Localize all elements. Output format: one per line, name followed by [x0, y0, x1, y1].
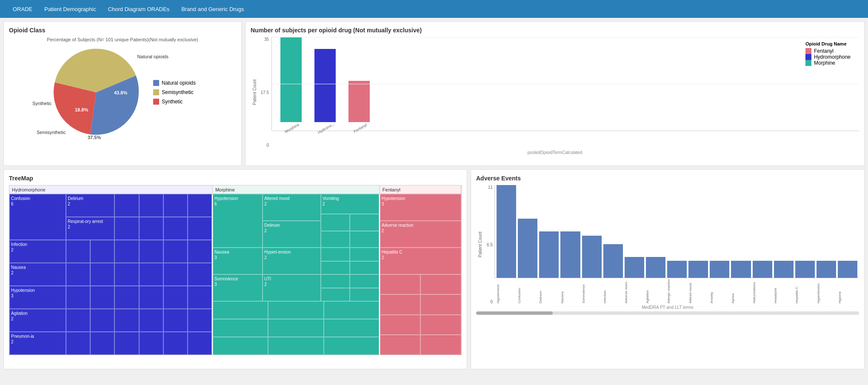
- bar-legend-title: Opioid Drug Name: [805, 41, 851, 46]
- bar-legend-label-morphine: Morphine: [814, 60, 835, 66]
- morphine-grid-2: [321, 248, 379, 274]
- morphine-grid-1: [321, 214, 379, 248]
- fentanyl-row3: Hepatitis C 2: [380, 248, 461, 274]
- bar-footer: pooledOpioidTermCalculated: [251, 150, 859, 155]
- adverse-bar-apnea: [731, 261, 751, 278]
- cell-morphine-uti: UTI 2: [263, 274, 321, 301]
- adverse-x-labels: HypotensionConfusionDeliriumNauseaSomnol…: [494, 278, 859, 304]
- adverse-tick-11: 11: [488, 185, 493, 190]
- adverse-bars: [494, 185, 859, 278]
- adverse-bar-somnolence: [582, 236, 602, 278]
- hydro-grid-6: [66, 332, 212, 355]
- cell-fentanyl-hypotension: Hypotension 3: [380, 194, 461, 221]
- adverse-bar-altered-mood: [688, 261, 708, 278]
- cell-fentanyl-adverse: Adverse reaction 2: [380, 221, 461, 248]
- legend-color-semi: [153, 89, 159, 95]
- treemap-title: TreeMap: [9, 175, 462, 182]
- adverse-bar-infection: [603, 244, 623, 278]
- bar-legend-color-morphine: [805, 60, 811, 66]
- adverse-bar-hepatitis-c: [795, 261, 815, 278]
- adverse-bar-hypotension: [497, 185, 516, 278]
- y-tick-0: 0: [266, 143, 269, 148]
- nav-item-patient-demographic[interactable]: Patient Demographic: [38, 6, 102, 12]
- morphine-col3: Vomiting 2: [321, 194, 379, 248]
- cell-fentanyl-hepatitis: Hepatitis C 2: [380, 248, 461, 274]
- adverse-bar-allergic-reaction: [667, 261, 687, 278]
- navbar: const d = JSON.parse(document.getElement…: [0, 0, 868, 18]
- fentanyl-row4: [380, 274, 461, 355]
- legend-color-synth: [153, 99, 159, 105]
- nav-item-orade[interactable]: ORADE: [7, 6, 38, 12]
- cell-morphine-hypotension: Hypotension 6: [213, 194, 263, 248]
- pie-chart: 43.8% 18.8% 37.5% Natural opioids Semisy…: [49, 46, 143, 139]
- cell-hydro-nausea: Nausea 2: [9, 263, 66, 286]
- bar-label-fentanyl: Fentanyl: [353, 123, 368, 134]
- adverse-bar-hallucinations: [753, 261, 772, 278]
- treemap-morphine: Hypotension 6 Altered mood 2 Delirium: [213, 194, 380, 355]
- legend-label-synth: Synthetic: [162, 99, 183, 105]
- fentanyl-grid: [380, 274, 461, 355]
- cell-hydro-resp: Respirat-ory arrest 2: [66, 217, 114, 240]
- adverse-bar-hypona: [838, 261, 857, 278]
- adverse-label-agitation: Agitation: [645, 279, 665, 303]
- cell-hydro-confusion: Confusion 6: [9, 194, 66, 240]
- adverse-bar-agitation: [646, 257, 665, 278]
- adverse-label-headache: Headache: [774, 279, 793, 303]
- cell-hydro-infection: Infection 2: [9, 240, 66, 263]
- cell-hydro-agitation: Agitation 2: [9, 309, 66, 332]
- pct-synthetic: 18.8%: [75, 107, 88, 112]
- adverse-bar-headache: [774, 261, 794, 278]
- hydro-grid-2: [66, 240, 212, 263]
- adverse-chart-wrapper: Patient Count 11 6.5 0 HypotensionConfus…: [476, 185, 859, 304]
- nav-item-brand-and-generic-drugs[interactable]: Brand and Generic Drugs: [175, 6, 250, 12]
- hydro-grid-5: [66, 309, 212, 332]
- adverse-scrollbar[interactable]: [476, 311, 859, 315]
- adverse-label-apnea: Apnea: [731, 279, 751, 303]
- adverse-footer: MedDRA PT and LLT terms: [476, 305, 859, 310]
- treemap-header-fentanyl: Fentanyl: [380, 185, 461, 194]
- y-tick-175: 17.5: [261, 90, 269, 95]
- nav-item-chord-diagram-orades[interactable]: Chord Diagram ORADEs: [102, 6, 176, 12]
- adverse-label-hypotension: Hypotension: [496, 279, 516, 303]
- hydro-row1: Confusion 6 Delirium 2 Respirat-or: [9, 194, 212, 240]
- hydro-grid-1: [114, 194, 211, 240]
- pct-semi: 37.5%: [88, 135, 101, 139]
- morphine-grid-3: [321, 274, 379, 301]
- bar-rect-fentanyl: [348, 81, 370, 122]
- adverse-bar-hypertension: [817, 261, 836, 278]
- bar-legend-color-fentanyl: [805, 48, 811, 54]
- bar-fentanyl: Fentanyl: [348, 81, 370, 131]
- bar-legend-label-hydromo: Hydromorphone: [814, 54, 851, 60]
- adverse-tick-65: 6.5: [487, 242, 493, 247]
- legend-label-natural: Natural opioids: [162, 80, 196, 86]
- fentanyl-row1: Hypotension 3: [380, 194, 461, 221]
- adverse-bars-area: HypotensionConfusionDeliriumNauseaSomnol…: [494, 185, 859, 304]
- adverse-bar-nausea: [560, 231, 580, 278]
- bars-container: Morphine Hydromo... Fentanyl: [271, 37, 859, 131]
- hydro-left-3: Nausea 2: [9, 263, 66, 286]
- legend-label-semi: Semisynthetic: [162, 89, 194, 95]
- hydro-row4: Hypotension 3: [9, 286, 212, 309]
- hydro-grid-3: [66, 263, 212, 286]
- row2: TreeMap Hydromorphone Morphine Fentanyl: [3, 169, 865, 369]
- bar-rect-hydromo: [314, 49, 336, 122]
- bar-chart-title: Number of subjects per opioid drug (Not …: [251, 27, 859, 34]
- cell-hydro-delirium: Delirium 2: [66, 194, 114, 217]
- pie-area: 43.8% 18.8% 37.5% Natural opioids Semisy…: [9, 46, 236, 139]
- cell-morphine-nausea: Nausea 3: [213, 248, 263, 274]
- hydro-grid-4: [66, 286, 212, 309]
- adverse-label-infection: Infection: [603, 279, 622, 303]
- adverse-y-label: Patient Count: [476, 185, 484, 304]
- cell-hydro-hypotension: Hypotension 3: [9, 286, 66, 309]
- treemap-body: Confusion 6 Delirium 2 Respirat-or: [9, 194, 461, 355]
- y-tick-35: 35: [264, 37, 269, 42]
- bar-label-hydromo: Hydromo...: [317, 122, 335, 135]
- bar-y-axis-label: Patient Count: [251, 37, 259, 148]
- treemap-header-morphine: Morphine: [213, 185, 380, 194]
- adverse-bar-confusion: [518, 219, 537, 278]
- treemap-panel: TreeMap Hydromorphone Morphine Fentanyl: [3, 169, 467, 369]
- adverse-label-somnolence: Somnolence: [582, 279, 601, 303]
- adverse-label-hypona: Hypona: [838, 279, 857, 303]
- bar-hydromo: Hydromo...: [314, 49, 336, 131]
- treemap-fentanyl: Hypotension 3 Adverse reaction 2: [380, 194, 461, 355]
